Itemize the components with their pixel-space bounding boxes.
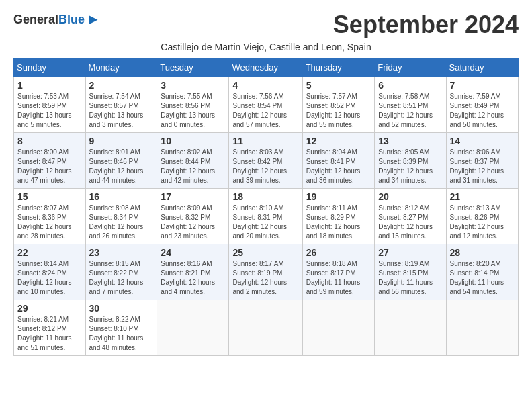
day-info: Sunrise: 7:57 AMSunset: 8:52 PMDaylight:… [306, 92, 371, 130]
day-number: 29 [17, 303, 82, 314]
empty-cell [157, 300, 229, 356]
calendar-day-cell: 28Sunrise: 8:20 AMSunset: 8:14 PMDayligh… [446, 244, 518, 300]
day-info: Sunrise: 7:58 AMSunset: 8:51 PMDaylight:… [378, 92, 442, 130]
day-info: Sunrise: 8:08 AMSunset: 8:34 PMDaylight:… [89, 203, 154, 241]
day-number: 9 [89, 136, 154, 146]
calendar-day-cell: 5Sunrise: 7:57 AMSunset: 8:52 PMDaylight… [302, 77, 375, 133]
day-info: Sunrise: 8:03 AMSunset: 8:42 PMDaylight:… [232, 148, 298, 185]
day-number: 11 [232, 136, 298, 146]
day-number: 1 [17, 80, 82, 91]
day-info: Sunrise: 8:12 AMSunset: 8:27 PMDaylight:… [378, 203, 442, 241]
logo-general-text: General [13, 13, 58, 27]
calendar-day-cell: 25Sunrise: 8:17 AMSunset: 8:19 PMDayligh… [229, 244, 302, 300]
calendar-day-cell: 14Sunrise: 8:06 AMSunset: 8:37 PMDayligh… [446, 133, 518, 189]
weekday-header-wednesday: Wednesday [229, 58, 302, 77]
bird-icon: ► [86, 11, 101, 28]
calendar-day-cell: 4Sunrise: 7:56 AMSunset: 8:54 PMDaylight… [229, 77, 302, 133]
calendar-week-row: 1Sunrise: 7:53 AMSunset: 8:59 PMDaylight… [14, 77, 519, 133]
day-info: Sunrise: 7:59 AMSunset: 8:49 PMDaylight:… [450, 92, 515, 130]
day-info: Sunrise: 8:20 AMSunset: 8:14 PMDaylight:… [450, 259, 515, 297]
calendar-day-cell: 6Sunrise: 7:58 AMSunset: 8:51 PMDaylight… [375, 77, 446, 133]
day-info: Sunrise: 8:22 AMSunset: 8:10 PMDaylight:… [89, 315, 154, 353]
day-info: Sunrise: 8:16 AMSunset: 8:21 PMDaylight:… [161, 259, 225, 297]
day-number: 23 [89, 247, 154, 258]
weekday-header-saturday: Saturday [446, 58, 518, 77]
day-info: Sunrise: 8:19 AMSunset: 8:15 PMDaylight:… [378, 259, 442, 297]
weekday-header-monday: Monday [85, 58, 157, 77]
logo: General Blue ► [13, 11, 101, 28]
day-number: 3 [161, 80, 225, 91]
calendar-week-row: 8Sunrise: 8:00 AMSunset: 8:47 PMDaylight… [14, 133, 519, 189]
day-number: 6 [378, 80, 442, 91]
weekday-header-thursday: Thursday [302, 58, 375, 77]
calendar-day-cell: 7Sunrise: 7:59 AMSunset: 8:49 PMDaylight… [446, 77, 518, 133]
day-info: Sunrise: 8:14 AMSunset: 8:24 PMDaylight:… [17, 259, 82, 297]
calendar-day-cell: 20Sunrise: 8:12 AMSunset: 8:27 PMDayligh… [375, 189, 446, 244]
calendar-day-cell: 8Sunrise: 8:00 AMSunset: 8:47 PMDaylight… [14, 133, 86, 189]
day-info: Sunrise: 8:13 AMSunset: 8:26 PMDaylight:… [450, 203, 515, 241]
day-info: Sunrise: 8:11 AMSunset: 8:29 PMDaylight:… [306, 203, 371, 241]
day-number: 13 [378, 136, 442, 146]
day-info: Sunrise: 8:18 AMSunset: 8:17 PMDaylight:… [306, 259, 371, 297]
weekday-header-friday: Friday [375, 58, 446, 77]
header: General Blue ► September 2024 [13, 11, 519, 39]
calendar-day-cell: 10Sunrise: 8:02 AMSunset: 8:44 PMDayligh… [157, 133, 229, 189]
day-number: 17 [161, 191, 225, 202]
calendar-day-cell: 19Sunrise: 8:11 AMSunset: 8:29 PMDayligh… [302, 189, 375, 244]
weekday-header-sunday: Sunday [14, 58, 86, 77]
empty-cell [302, 300, 375, 356]
calendar-day-cell: 1Sunrise: 7:53 AMSunset: 8:59 PMDaylight… [14, 77, 86, 133]
calendar-day-cell: 21Sunrise: 8:13 AMSunset: 8:26 PMDayligh… [446, 189, 518, 244]
calendar-day-cell: 13Sunrise: 8:05 AMSunset: 8:39 PMDayligh… [375, 133, 446, 189]
day-number: 28 [450, 247, 515, 258]
day-info: Sunrise: 7:53 AMSunset: 8:59 PMDaylight:… [17, 92, 82, 130]
day-number: 15 [17, 191, 82, 202]
calendar-week-row: 22Sunrise: 8:14 AMSunset: 8:24 PMDayligh… [14, 244, 519, 300]
day-number: 30 [89, 303, 154, 314]
empty-cell [446, 300, 518, 356]
day-number: 12 [306, 136, 371, 146]
day-info: Sunrise: 8:05 AMSunset: 8:39 PMDaylight:… [378, 148, 442, 185]
day-number: 10 [161, 136, 225, 146]
day-info: Sunrise: 7:55 AMSunset: 8:56 PMDaylight:… [161, 92, 225, 130]
calendar-day-cell: 11Sunrise: 8:03 AMSunset: 8:42 PMDayligh… [229, 133, 302, 189]
day-number: 26 [306, 247, 371, 258]
calendar-day-cell: 15Sunrise: 8:07 AMSunset: 8:36 PMDayligh… [14, 189, 86, 244]
day-info: Sunrise: 8:06 AMSunset: 8:37 PMDaylight:… [450, 148, 515, 185]
day-number: 7 [450, 80, 515, 91]
calendar-day-cell: 29Sunrise: 8:21 AMSunset: 8:12 PMDayligh… [14, 300, 86, 356]
calendar-day-cell: 23Sunrise: 8:15 AMSunset: 8:22 PMDayligh… [85, 244, 157, 300]
day-number: 4 [232, 80, 298, 91]
calendar-day-cell: 26Sunrise: 8:18 AMSunset: 8:17 PMDayligh… [302, 244, 375, 300]
day-info: Sunrise: 8:17 AMSunset: 8:19 PMDaylight:… [232, 259, 298, 297]
calendar-day-cell: 27Sunrise: 8:19 AMSunset: 8:15 PMDayligh… [375, 244, 446, 300]
day-number: 16 [89, 191, 154, 202]
day-info: Sunrise: 8:01 AMSunset: 8:46 PMDaylight:… [89, 148, 154, 185]
calendar-day-cell: 2Sunrise: 7:54 AMSunset: 8:57 PMDaylight… [85, 77, 157, 133]
calendar-day-cell: 17Sunrise: 8:09 AMSunset: 8:32 PMDayligh… [157, 189, 229, 244]
day-info: Sunrise: 7:54 AMSunset: 8:57 PMDaylight:… [89, 92, 154, 130]
day-info: Sunrise: 7:56 AMSunset: 8:54 PMDaylight:… [232, 92, 298, 130]
day-number: 14 [450, 136, 515, 146]
day-number: 24 [161, 247, 225, 258]
month-title: September 2024 [333, 11, 519, 39]
weekday-header-row: SundayMondayTuesdayWednesdayThursdayFrid… [14, 58, 519, 77]
weekday-header-tuesday: Tuesday [157, 58, 229, 77]
calendar-table: SundayMondayTuesdayWednesdayThursdayFrid… [13, 58, 519, 356]
day-info: Sunrise: 8:09 AMSunset: 8:32 PMDaylight:… [161, 203, 225, 241]
day-number: 5 [306, 80, 371, 91]
logo-blue-text: Blue [58, 13, 85, 27]
day-info: Sunrise: 8:04 AMSunset: 8:41 PMDaylight:… [306, 148, 371, 185]
calendar-day-cell: 18Sunrise: 8:10 AMSunset: 8:31 PMDayligh… [229, 189, 302, 244]
day-number: 8 [17, 136, 82, 146]
day-info: Sunrise: 8:15 AMSunset: 8:22 PMDaylight:… [89, 259, 154, 297]
calendar-day-cell: 9Sunrise: 8:01 AMSunset: 8:46 PMDaylight… [85, 133, 157, 189]
day-info: Sunrise: 8:07 AMSunset: 8:36 PMDaylight:… [17, 203, 82, 241]
location-subtitle: Castillejo de Martin Viejo, Castille and… [13, 42, 519, 52]
calendar-day-cell: 22Sunrise: 8:14 AMSunset: 8:24 PMDayligh… [14, 244, 86, 300]
calendar-week-row: 15Sunrise: 8:07 AMSunset: 8:36 PMDayligh… [14, 189, 519, 244]
day-number: 20 [378, 191, 442, 202]
day-info: Sunrise: 8:21 AMSunset: 8:12 PMDaylight:… [17, 315, 82, 353]
day-number: 19 [306, 191, 371, 202]
day-info: Sunrise: 8:00 AMSunset: 8:47 PMDaylight:… [17, 148, 82, 185]
